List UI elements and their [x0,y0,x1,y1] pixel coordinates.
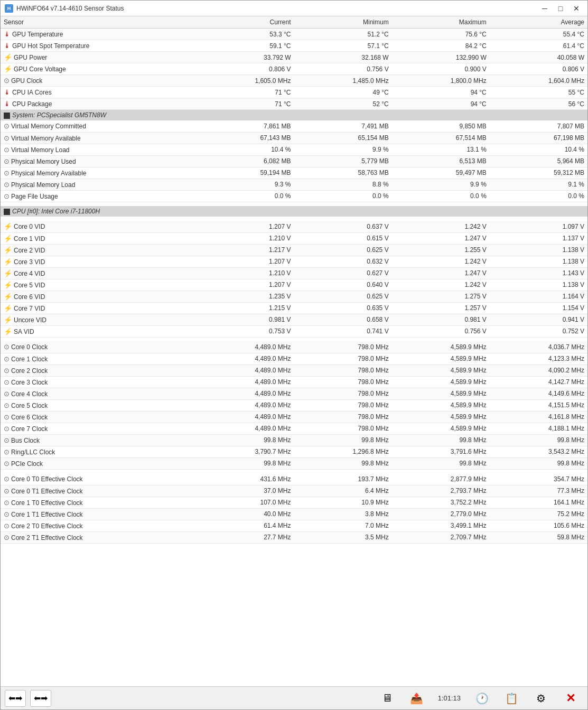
col-maximum: Maximum [392,16,490,29]
sensor-average: 4,149.6 MHz [490,388,587,399]
sensor-minimum: 798.0 MHz [294,388,391,399]
sensor-maximum: 9.9 % [392,179,490,190]
table-row: ⚡Core 5 VID1.207 V0.640 V1.242 V1.138 V [1,279,587,291]
sensor-current: 33.792 W [196,52,294,63]
table-body: 🌡GPU Temperature53.3 °C51.2 °C75.6 °C55.… [1,29,587,544]
close-x-button[interactable]: ✕ [558,689,583,708]
sensor-maximum: 4,589.9 MHz [392,411,490,423]
sensor-maximum: 3,499.1 MHz [392,520,490,531]
sensor-average: 164.1 MHz [490,497,587,508]
sensor-name: Virtual Memory Committed [11,123,86,130]
vid-icon: ⚡ [4,269,12,277]
sensor-current: 4,489.0 MHz [196,388,294,399]
sensor-average: 9.1 % [490,179,587,190]
nav-forward-button[interactable]: ⬅➡ [30,690,51,707]
temp-icon: 🌡 [4,100,11,108]
sensor-minimum: 1,296.8 MHz [294,446,391,457]
table-row: ⚡Core 4 VID1.210 V0.627 V1.247 V1.143 V [1,267,587,279]
clock-icon: ⊙ [4,499,10,507]
table-row: ⊙Core 1 T1 Effective Clock40.0 MHz3.8 MH… [1,508,587,520]
vid-icon: ⚡ [4,293,12,301]
sensor-name: Core 2 T0 Effective Clock [11,522,83,530]
sensor-name: Physical Memory Available [11,170,87,177]
sensor-maximum: 94 °C [392,98,490,110]
sensor-current: 1.210 V [196,232,294,244]
sensor-average: 3,543.2 MHz [490,446,587,457]
sensor-average: 56 °C [490,98,587,110]
settings-button[interactable]: ⚙ [528,689,554,708]
close-button[interactable]: ✕ [570,3,583,14]
table-row: ⊙Page File Usage0.0 %0.0 %0.0 %0.0 % [1,190,587,202]
sensor-current: 1.207 V [196,256,294,267]
sensor-current: 59.1 °C [196,40,294,52]
sensor-average: 55.4 °C [490,29,587,40]
sensor-name: Core 7 VID [14,305,45,312]
table-row: ⊙Core 2 T0 Effective Clock61.4 MHz7.0 MH… [1,520,587,531]
sensor-name: Core 0 T0 Effective Clock [11,475,83,483]
titlebar-left: H HWiNFO64 v7.14-4610 Sensor Status [5,4,124,13]
sensor-minimum: 99.8 MHz [294,434,391,446]
sensor-maximum: 2,779.0 MHz [392,508,490,520]
sensor-average: 61.4 °C [490,40,587,52]
sensor-average: 1.097 V [490,221,587,232]
memory-icon: ⊙ [4,134,10,142]
sensor-average: 4,123.3 MHz [490,353,587,365]
monitor-button[interactable]: 🖥 [375,689,400,708]
sensor-name: Core 0 VID [14,223,45,230]
sensor-average: 1.137 V [490,232,587,244]
table-row: ⊙Core 3 Clock4,489.0 MHz798.0 MHz4,589.9… [1,376,587,388]
vid-icon: ⚡ [4,235,12,242]
status-time: 1:01:13 [434,694,465,702]
sensor-minimum: 798.0 MHz [294,376,391,388]
sensor-average: 0.941 V [490,314,587,325]
clock-icon: ⊙ [4,475,10,483]
table-row: ⊙Bus Clock99.8 MHz99.8 MHz99.8 MHz99.8 M… [1,434,587,446]
sensor-current: 40.0 MHz [196,508,294,520]
sensor-average: 0.0 % [490,190,587,202]
sensor-current: 10.4 % [196,144,294,155]
sensor-current: 4,489.0 MHz [196,376,294,388]
sensor-maximum: 67,514 MB [392,132,490,144]
minimize-button[interactable]: ─ [538,3,552,14]
sensor-current: 1.207 V [196,221,294,232]
table-row: ⊙GPU Clock1,605.0 MHz1,485.0 MHz1,800.0 … [1,75,587,87]
table-header: Sensor Current Minimum Maximum Average [1,16,587,29]
nav-back-button[interactable]: ⬅➡ [5,690,26,707]
sensor-current: 4,489.0 MHz [196,341,294,353]
sensor-current: 27.7 MHz [196,531,294,543]
table-row: ⊙Core 2 T1 Effective Clock27.7 MHz3.5 MH… [1,531,587,543]
sensor-current: 67,143 MB [196,132,294,144]
vid-icon: ⚡ [4,328,12,335]
table-container[interactable]: Sensor Current Minimum Maximum Average 🌡… [1,16,587,686]
nav-back-icon: ⬅➡ [8,693,22,703]
sensor-name: Core 4 Clock [11,390,48,398]
table-row: ⊙Virtual Memory Load10.4 %9.9 %13.1 %10.… [1,144,587,155]
sensor-maximum: 1.242 V [392,279,490,291]
vid-icon: ⚡ [4,246,12,254]
sensor-minimum: 798.0 MHz [294,353,391,365]
table-row: 🌡GPU Hot Spot Temperature59.1 °C57.1 °C8… [1,40,587,52]
clock-icon: ⊙ [4,510,10,518]
sensor-maximum: 3,752.2 MHz [392,497,490,508]
temp-icon: 🌡 [4,42,11,50]
table-row: ⚡Core 2 VID1.217 V0.625 V1.255 V1.138 V [1,244,587,256]
sensor-name: Bus Clock [11,437,40,444]
sensor-name: Core 2 VID [14,247,45,254]
sensor-current: 107.0 MHz [196,497,294,508]
table-row: ⚡Core 6 VID1.235 V0.625 V1.275 V1.164 V [1,291,587,302]
maximize-button[interactable]: □ [554,3,567,14]
table-row: ⚡SA VID0.753 V0.741 V0.756 V0.752 V [1,325,587,337]
clock-icon: ⊙ [4,460,10,468]
app-icon: H [5,4,13,13]
sensor-maximum: 99.8 MHz [392,457,490,469]
sensor-name: Core 0 T1 Effective Clock [11,488,83,495]
sensor-maximum: 0.981 V [392,314,490,325]
clock-icon: ⊙ [4,77,10,85]
sensor-name: Core 6 Clock [11,414,48,421]
sensor-current: 37.0 MHz [196,485,294,497]
sensor-current: 0.981 V [196,314,294,325]
clock-button[interactable]: 🕐 [469,689,494,708]
sensor-average: 55 °C [490,87,587,98]
report-button[interactable]: 📋 [499,689,524,708]
export-button[interactable]: 📤 [404,689,430,708]
